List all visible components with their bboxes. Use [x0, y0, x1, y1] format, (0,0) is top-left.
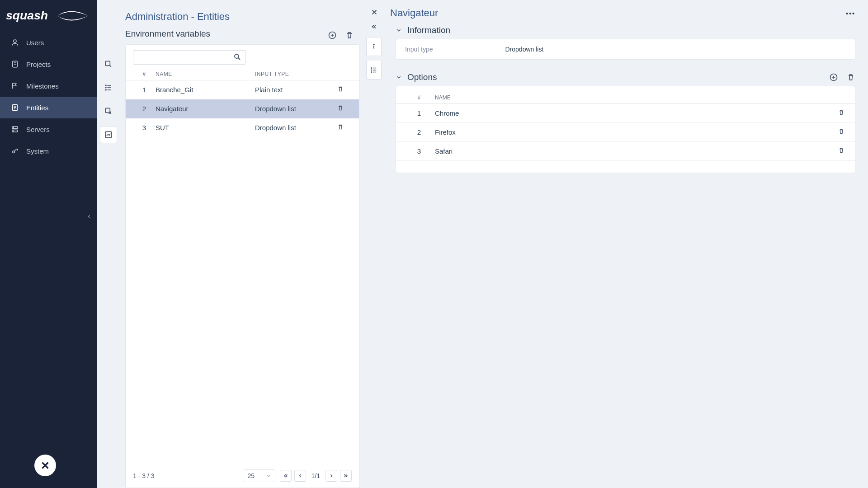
sidebar-item-servers[interactable]: Servers — [0, 118, 97, 140]
entity-type-rail — [97, 52, 120, 143]
more-menu-button[interactable]: ••• — [846, 10, 855, 17]
table-row[interactable]: 2 Navigateur Dropdown list — [126, 99, 359, 118]
opt-col-num: # — [403, 94, 435, 101]
svg-point-20 — [371, 71, 372, 72]
page-title: Administration - Entities — [125, 11, 364, 23]
add-option-button[interactable] — [829, 73, 838, 82]
delete-row-button[interactable] — [329, 123, 352, 132]
rail-item-list[interactable] — [100, 79, 117, 96]
pager-prev-button[interactable] — [294, 470, 306, 482]
svg-point-17 — [373, 44, 374, 45]
cell-input-type: Plain text — [255, 86, 329, 94]
cell-name: Navigateur — [156, 105, 255, 113]
options-section-toggle[interactable] — [396, 74, 402, 80]
logo[interactable]: squash — [0, 0, 97, 32]
rail-item-edit[interactable] — [100, 103, 117, 120]
option-row[interactable]: 3 Safari — [396, 142, 855, 161]
detail-close-button[interactable] — [370, 7, 378, 19]
col-header-name: NAME — [156, 71, 255, 77]
delete-option-row-button[interactable] — [821, 128, 848, 136]
svg-rect-4 — [12, 127, 18, 129]
sidebar-item-label: Users — [26, 39, 44, 47]
svg-text:squash: squash — [6, 9, 48, 22]
sidebar-item-label: System — [26, 147, 49, 155]
info-input-type-label: Input type — [405, 46, 433, 53]
rail-item-search[interactable] — [100, 56, 117, 73]
svg-point-16 — [235, 54, 239, 58]
opt-cell-num: 1 — [403, 109, 435, 117]
panel-collapse-button[interactable] — [371, 23, 377, 30]
nav-list: Users Projects Milestones Entities Serve… — [0, 32, 97, 443]
sidebar-item-entities[interactable]: Entities — [0, 97, 97, 118]
svg-point-19 — [371, 70, 372, 70]
cell-num: 1 — [133, 86, 156, 94]
cell-input-type: Dropdown list — [255, 105, 329, 113]
pager-next-button[interactable] — [326, 470, 337, 482]
svg-rect-5 — [12, 130, 18, 132]
opt-cell-num: 2 — [403, 128, 435, 136]
opt-cell-num: 3 — [403, 147, 435, 155]
rail-item-env-vars[interactable] — [100, 126, 117, 143]
delete-option-row-button[interactable] — [821, 109, 848, 117]
cell-num: 3 — [133, 124, 156, 131]
info-input-type-value: Dropdown list — [505, 46, 544, 53]
page-size-value: 25 — [248, 472, 255, 479]
add-variable-button[interactable] — [328, 31, 337, 40]
pager-range: 1 - 3 / 3 — [133, 472, 154, 479]
option-row[interactable]: 2 Firefox — [396, 123, 855, 142]
opt-cell-name: Chrome — [435, 109, 821, 117]
info-section-toggle[interactable] — [396, 27, 402, 33]
sidebar-item-label: Milestones — [26, 82, 59, 90]
sidebar: squash Users Projects Milestones Entitie… — [0, 0, 97, 488]
delete-option-row-button[interactable] — [821, 147, 848, 155]
options-section-title: Options — [407, 72, 437, 82]
opt-col-name: NAME — [435, 94, 821, 101]
col-header-input-type: INPUT TYPE — [255, 71, 329, 77]
svg-point-1 — [14, 40, 16, 42]
cell-num: 2 — [133, 105, 156, 113]
table-row[interactable]: 3 SUT Dropdown list — [126, 118, 359, 137]
delete-row-button[interactable] — [329, 85, 352, 94]
sidebar-item-users[interactable]: Users — [0, 32, 97, 53]
cell-input-type: Dropdown list — [255, 124, 329, 131]
info-section-title: Information — [407, 25, 450, 35]
chevron-down-icon — [266, 473, 271, 479]
svg-point-10 — [105, 85, 106, 86]
table-row[interactable]: 1 Branche_Git Plain text — [126, 80, 359, 99]
detail-title: Navigateur — [390, 7, 438, 19]
sidebar-item-projects[interactable]: Projects — [0, 53, 97, 75]
close-button[interactable] — [34, 455, 56, 476]
sidebar-item-milestones[interactable]: Milestones — [0, 75, 97, 97]
svg-point-12 — [105, 89, 106, 90]
cell-name: SUT — [156, 124, 255, 131]
pager-info: 1/1 — [309, 472, 323, 479]
sidebar-collapse-icon[interactable] — [86, 213, 92, 221]
page-size-select[interactable]: 25 — [244, 469, 275, 482]
search-input[interactable] — [133, 50, 246, 65]
opt-cell-name: Firefox — [435, 128, 821, 136]
sidebar-item-label: Projects — [26, 61, 51, 68]
delete-option-button[interactable] — [846, 73, 855, 82]
col-header-num: # — [133, 71, 156, 77]
search-icon[interactable] — [233, 53, 241, 62]
tab-information[interactable] — [366, 37, 382, 56]
svg-point-6 — [14, 127, 14, 128]
subsection-title: Environment variables — [125, 29, 210, 39]
opt-cell-name: Safari — [435, 147, 821, 155]
delete-row-button[interactable] — [329, 104, 352, 113]
tab-options[interactable] — [366, 61, 382, 80]
svg-point-18 — [371, 67, 372, 68]
svg-point-7 — [14, 131, 14, 131]
option-row[interactable]: 1 Chrome — [396, 104, 855, 123]
svg-point-11 — [105, 87, 106, 88]
cell-name: Branche_Git — [156, 86, 255, 94]
pager-last-button[interactable] — [340, 470, 352, 482]
delete-variable-button[interactable] — [345, 31, 354, 40]
sidebar-item-label: Entities — [26, 104, 48, 112]
sidebar-item-label: Servers — [26, 126, 50, 133]
pager-first-button[interactable] — [280, 470, 292, 482]
sidebar-item-system[interactable]: System — [0, 140, 97, 162]
